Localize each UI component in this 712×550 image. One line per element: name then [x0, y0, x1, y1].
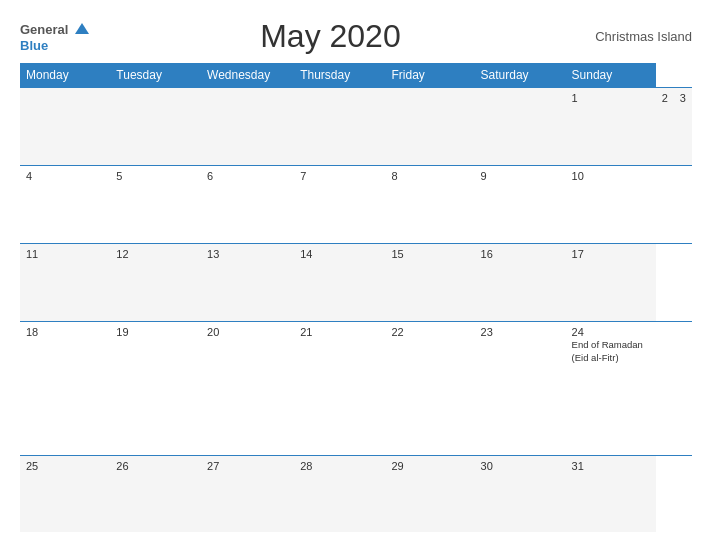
day-number: 26 — [116, 460, 195, 472]
header-wednesday: Wednesday — [201, 63, 294, 88]
day-number: 11 — [26, 248, 104, 260]
day-number: 20 — [207, 326, 288, 338]
calendar-cell — [294, 88, 385, 166]
day-number: 9 — [481, 170, 560, 182]
day-number: 25 — [26, 460, 104, 472]
header-sunday: Sunday — [566, 63, 656, 88]
calendar-table: Monday Tuesday Wednesday Thursday Friday… — [20, 63, 692, 532]
header-monday: Monday — [20, 63, 110, 88]
calendar-cell: 12 — [110, 243, 201, 321]
day-number: 10 — [572, 170, 650, 182]
calendar-cell: 9 — [475, 165, 566, 243]
day-number: 2 — [662, 92, 668, 104]
calendar-cell: 5 — [110, 165, 201, 243]
logo-blue: Blue — [20, 38, 48, 53]
day-number: 15 — [391, 248, 468, 260]
logo-general: General — [20, 22, 68, 37]
calendar-week-row: 123 — [20, 88, 692, 166]
empty-cell — [20, 88, 110, 166]
calendar-cell: 3 — [674, 88, 692, 166]
calendar-cell: 20 — [201, 321, 294, 455]
logo: General Blue — [20, 21, 89, 53]
region-label: Christmas Island — [572, 29, 692, 44]
empty-cell — [201, 88, 294, 166]
calendar-week-row: 11121314151617 — [20, 243, 692, 321]
day-number: 3 — [680, 92, 686, 104]
calendar-cell: 22 — [385, 321, 474, 455]
day-number: 28 — [300, 460, 379, 472]
header-saturday: Saturday — [475, 63, 566, 88]
day-number: 29 — [391, 460, 468, 472]
calendar-cell: 31 — [566, 455, 656, 532]
day-number: 16 — [481, 248, 560, 260]
calendar-cell: 29 — [385, 455, 474, 532]
calendar-cell: 15 — [385, 243, 474, 321]
day-number: 21 — [300, 326, 379, 338]
calendar-cell: 23 — [475, 321, 566, 455]
day-number: 22 — [391, 326, 468, 338]
header-friday: Friday — [385, 63, 474, 88]
day-number: 19 — [116, 326, 195, 338]
calendar-cell: 6 — [201, 165, 294, 243]
calendar-cell: 27 — [201, 455, 294, 532]
header-thursday: Thursday — [294, 63, 385, 88]
day-number: 30 — [481, 460, 560, 472]
event-text: End of Ramadan (Eid al-Fitr) — [572, 339, 643, 363]
empty-cell — [110, 88, 201, 166]
calendar-title: May 2020 — [89, 18, 572, 55]
calendar-cell: 19 — [110, 321, 201, 455]
day-number: 24 — [572, 326, 650, 338]
calendar-cell: 11 — [20, 243, 110, 321]
calendar-cell: 1 — [566, 88, 656, 166]
day-number: 7 — [300, 170, 379, 182]
day-number: 31 — [572, 460, 650, 472]
calendar-cell: 8 — [385, 165, 474, 243]
weekday-header-row: Monday Tuesday Wednesday Thursday Friday… — [20, 63, 692, 88]
day-number: 13 — [207, 248, 288, 260]
day-number: 8 — [391, 170, 468, 182]
calendar-cell: 4 — [20, 165, 110, 243]
calendar-cell — [475, 88, 566, 166]
day-number: 23 — [481, 326, 560, 338]
calendar-cell: 26 — [110, 455, 201, 532]
calendar-cell: 7 — [294, 165, 385, 243]
day-number: 1 — [572, 92, 650, 104]
calendar-cell: 14 — [294, 243, 385, 321]
calendar-cell: 28 — [294, 455, 385, 532]
day-number: 5 — [116, 170, 195, 182]
logo-triangle-icon — [75, 23, 89, 34]
day-number: 14 — [300, 248, 379, 260]
day-number: 4 — [26, 170, 104, 182]
calendar-cell: 24End of Ramadan (Eid al-Fitr) — [566, 321, 656, 455]
top-bar: General Blue May 2020 Christmas Island — [20, 18, 692, 55]
calendar-cell: 25 — [20, 455, 110, 532]
header-tuesday: Tuesday — [110, 63, 201, 88]
calendar-cell: 17 — [566, 243, 656, 321]
calendar-cell: 2 — [656, 88, 674, 166]
day-number: 27 — [207, 460, 288, 472]
calendar-week-row: 18192021222324End of Ramadan (Eid al-Fit… — [20, 321, 692, 455]
day-number: 6 — [207, 170, 288, 182]
calendar-cell: 18 — [20, 321, 110, 455]
calendar-cell: 16 — [475, 243, 566, 321]
calendar-cell — [385, 88, 474, 166]
day-number: 12 — [116, 248, 195, 260]
calendar-cell: 13 — [201, 243, 294, 321]
day-number: 17 — [572, 248, 650, 260]
calendar-cell: 21 — [294, 321, 385, 455]
day-number: 18 — [26, 326, 104, 338]
logo-top-row: General — [20, 21, 89, 37]
calendar-cell: 30 — [475, 455, 566, 532]
calendar-week-row: 45678910 — [20, 165, 692, 243]
calendar-cell: 10 — [566, 165, 656, 243]
calendar-week-row: 25262728293031 — [20, 455, 692, 532]
